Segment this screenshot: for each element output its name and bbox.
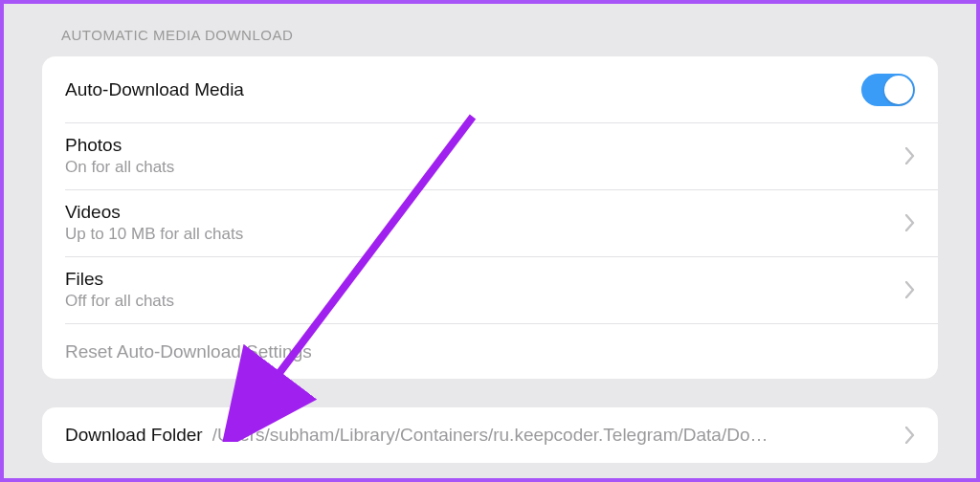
files-label: Files	[65, 269, 896, 290]
photos-subtitle: On for all chats	[65, 158, 896, 177]
chevron-right-icon	[905, 147, 915, 164]
videos-row[interactable]: Videos Up to 10 MB for all chats	[42, 190, 938, 256]
videos-subtitle: Up to 10 MB for all chats	[65, 225, 896, 244]
download-folder-row[interactable]: Download Folder /Users/subham/Library/Co…	[42, 407, 938, 463]
reset-label: Reset Auto-Download Settings	[65, 341, 312, 362]
chevron-right-icon	[905, 214, 915, 231]
auto-download-toggle[interactable]	[861, 74, 915, 106]
section-header: AUTOMATIC MEDIA DOWNLOAD	[42, 27, 938, 43]
download-folder-label: Download Folder	[65, 425, 203, 446]
photos-label: Photos	[65, 135, 896, 156]
auto-download-label: Auto-Download Media	[65, 79, 861, 100]
download-folder-path: /Users/subham/Library/Containers/ru.keep…	[212, 425, 886, 446]
auto-download-media-row[interactable]: Auto-Download Media	[42, 56, 938, 122]
toggle-knob	[884, 76, 913, 104]
download-folder-card: Download Folder /Users/subham/Library/Co…	[42, 407, 938, 463]
files-subtitle: Off for all chats	[65, 292, 896, 311]
chevron-right-icon	[905, 427, 915, 444]
reset-auto-download-row[interactable]: Reset Auto-Download Settings	[42, 324, 938, 379]
chevron-right-icon	[905, 281, 915, 298]
photos-row[interactable]: Photos On for all chats	[42, 123, 938, 189]
files-row[interactable]: Files Off for all chats	[42, 257, 938, 323]
auto-download-card: Auto-Download Media Photos On for all ch…	[42, 56, 938, 379]
videos-label: Videos	[65, 202, 896, 223]
